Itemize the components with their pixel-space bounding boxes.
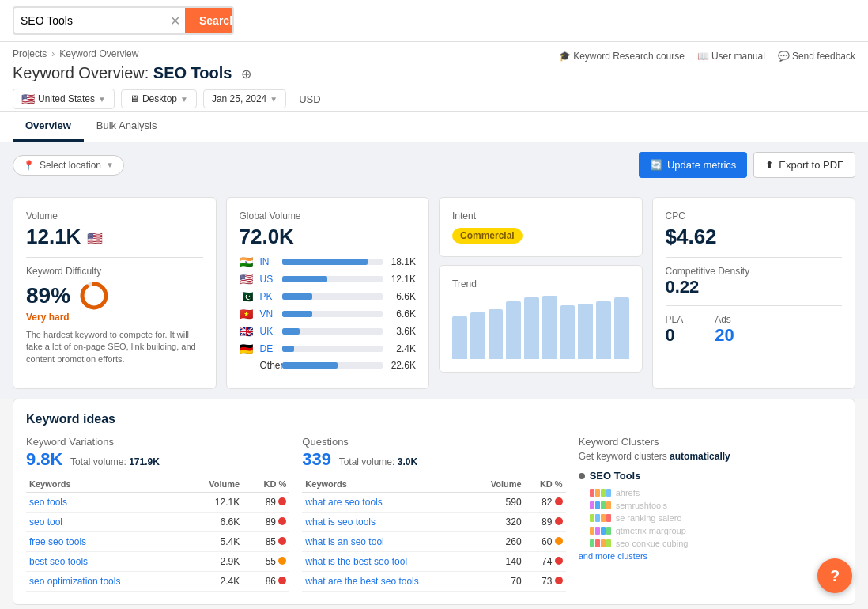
country-code: Other <box>260 360 277 371</box>
country-code: VN <box>260 308 277 320</box>
questions-total: Total volume: 3.0K <box>339 456 417 467</box>
kw-cell[interactable]: seo tools <box>26 493 183 513</box>
bar-bg <box>282 362 383 369</box>
metrics-grid: Volume 12.1K 🇺🇸 Keyword Difficulty 89% V… <box>0 187 868 399</box>
country-value: 18.1K <box>387 256 416 267</box>
trend-bar <box>614 297 629 359</box>
add-keyword-icon[interactable]: ⊕ <box>241 67 251 81</box>
variations-title: Keyword Variations <box>26 436 289 448</box>
table-row: best seo tools 2.9K 55 <box>26 552 289 572</box>
trend-card: Trend <box>439 265 643 373</box>
col-volume-header: Volume <box>183 476 243 493</box>
kd-cell: 85 <box>243 532 289 552</box>
kd-dot <box>555 557 563 565</box>
table-row: what is seo tools 320 89 <box>302 513 565 532</box>
kd-label: Keyword Difficulty <box>26 266 203 277</box>
device-filter[interactable]: 🖥 Desktop ▼ <box>121 89 197 108</box>
vol-cell: 6.6K <box>183 513 243 532</box>
bar-fill <box>282 293 312 300</box>
col-kd-header: KD % <box>243 476 289 493</box>
kd-cell: 86 <box>243 572 289 592</box>
update-metrics-button[interactable]: 🔄 Update metrics <box>639 152 747 178</box>
kd-value: 89% <box>26 283 70 308</box>
keyword-course-link[interactable]: 🎓 Keyword Research course <box>559 51 685 62</box>
breadcrumb-projects[interactable]: Projects <box>13 48 47 59</box>
country-code: IN <box>260 256 277 267</box>
cluster-color-bar <box>590 514 611 522</box>
bar-bg <box>282 259 383 265</box>
table-row: free seo tools 5.4K 85 <box>26 532 289 552</box>
trend-bar <box>560 305 576 359</box>
bar-bg <box>282 276 383 282</box>
kd-dot <box>278 537 286 545</box>
trend-label: Trend <box>452 278 629 289</box>
breadcrumb-current: Keyword Overview <box>59 48 138 59</box>
q-col-kd-header: KD % <box>525 476 566 493</box>
questions-col: Questions 339 Total volume: 3.0K Keyword… <box>302 436 565 592</box>
kd-dot <box>555 537 563 545</box>
kd-cell: 55 <box>243 552 289 572</box>
toolbar: 📍 Select location ▼ 🔄 Update metrics ⬆ E… <box>0 142 868 187</box>
table-row: seo optimization tools 2.4K 86 <box>26 572 289 592</box>
ads-label: Ads <box>715 314 734 325</box>
global-volume-label: Global Volume <box>240 210 417 221</box>
us-flag: 🇺🇸 <box>21 93 35 105</box>
table-row: what are the best seo tools 70 73 <box>302 572 565 592</box>
cpc-card: CPC $4.62 Competitive Density 0.22 PLA 0… <box>652 197 856 389</box>
kw-cell[interactable]: what is seo tools <box>302 513 472 532</box>
cpc-value: $4.62 <box>666 225 843 249</box>
toolbar-right: 🔄 Update metrics ⬆ Export to PDF <box>639 152 855 178</box>
trend-bar <box>596 301 611 359</box>
kw-cell[interactable]: best seo tools <box>26 552 183 572</box>
questions-count: 339 <box>302 449 331 469</box>
search-button[interactable]: Search <box>185 8 234 33</box>
country-row: Other22.6K <box>240 360 417 371</box>
select-location-button[interactable]: 📍 Select location ▼ <box>13 155 124 176</box>
date-filter[interactable]: Jan 25, 2024 ▼ <box>203 89 286 108</box>
kd-difficulty-label: Very hard <box>26 312 203 323</box>
refresh-icon: 🔄 <box>650 159 662 171</box>
kw-cell[interactable]: what are seo tools <box>302 493 472 513</box>
keyword-ideas-title: Keyword ideas <box>26 412 842 426</box>
chevron-down-icon: ▼ <box>106 161 114 169</box>
more-clusters-link[interactable]: and more clusters <box>579 551 842 561</box>
country-filter[interactable]: 🇺🇸 United States ▼ <box>13 89 115 109</box>
global-volume-value: 72.0K <box>240 225 417 249</box>
country-value: 6.6K <box>387 291 416 302</box>
search-input[interactable] <box>14 9 165 32</box>
questions-title: Questions <box>302 436 565 448</box>
kw-cell[interactable]: what are the best seo tools <box>302 572 472 592</box>
bar-bg <box>282 311 383 317</box>
user-manual-link[interactable]: 📖 User manual <box>697 51 765 62</box>
kw-cell[interactable]: free seo tools <box>26 532 183 552</box>
global-volume-card: Global Volume 72.0K 🇮🇳 IN18.1K🇺🇸 US12.1K… <box>226 197 430 389</box>
kw-cell[interactable]: what is an seo tool <box>302 532 472 552</box>
help-button[interactable]: ? <box>817 558 852 593</box>
clear-button[interactable]: ✕ <box>165 10 185 32</box>
export-button[interactable]: ⬆ Export to PDF <box>753 152 855 178</box>
country-value: 2.4K <box>387 343 416 354</box>
cluster-color-bar <box>590 489 611 497</box>
bar-fill <box>282 311 312 317</box>
pla-item: PLA 0 <box>666 314 684 346</box>
variations-count: 9.8K <box>26 449 62 469</box>
bar-bg <box>282 328 383 335</box>
kw-cell[interactable]: seo optimization tools <box>26 572 183 592</box>
tab-overview[interactable]: Overview <box>13 112 84 142</box>
header-actions: 🎓 Keyword Research course 📖 User manual … <box>559 51 855 62</box>
country-value: 6.6K <box>387 308 416 320</box>
currency-label: USD <box>292 90 326 108</box>
pla-label: PLA <box>666 314 684 325</box>
kd-cell: 82 <box>525 493 566 513</box>
intent-trend-col: Intent Commercial Trend <box>439 197 643 389</box>
feedback-link[interactable]: 💬 Send feedback <box>778 51 855 62</box>
kw-cell[interactable]: seo tool <box>26 513 183 532</box>
kw-cell[interactable]: what is the best seo tool <box>302 552 472 572</box>
kd-dot <box>555 517 563 525</box>
cpc-label: CPC <box>666 210 843 221</box>
comp-density: Competitive Density 0.22 <box>666 266 843 297</box>
country-flag: 🇺🇸 <box>240 273 255 286</box>
country-row: 🇬🇧 UK3.6K <box>240 325 417 338</box>
tab-bulk-analysis[interactable]: Bulk Analysis <box>84 112 170 142</box>
table-row: seo tool 6.6K 89 <box>26 513 289 532</box>
